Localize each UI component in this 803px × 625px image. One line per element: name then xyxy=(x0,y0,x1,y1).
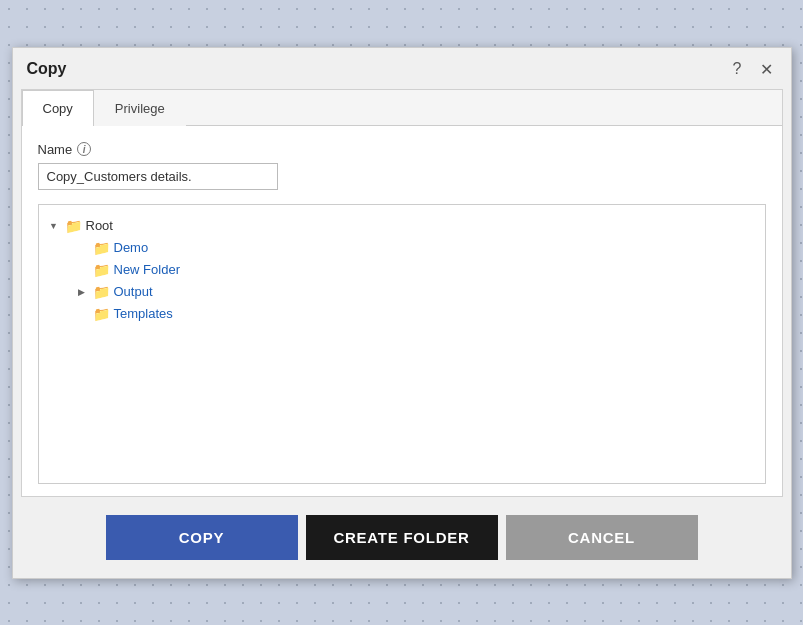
tree-item-new-folder[interactable]: 📁 New Folder xyxy=(75,259,757,281)
tree-item-templates[interactable]: 📁 Templates xyxy=(75,303,757,325)
output-folder-icon: 📁 xyxy=(93,284,110,300)
copy-button[interactable]: COPY xyxy=(106,515,298,560)
root-folder-icon: 📁 xyxy=(65,218,82,234)
tabs-bar: Copy Privilege xyxy=(22,90,782,126)
templates-folder-icon: 📁 xyxy=(93,306,110,322)
tree-item-root[interactable]: 📁 Root xyxy=(47,215,757,237)
header-icons: ? ✕ xyxy=(729,58,777,81)
tab-copy[interactable]: Copy xyxy=(22,90,94,126)
tree-label-demo: Demo xyxy=(114,240,149,255)
tree-item-output[interactable]: 📁 Output xyxy=(75,281,757,303)
output-chevron[interactable] xyxy=(75,285,89,299)
info-icon: i xyxy=(77,142,91,156)
name-label-text: Name xyxy=(38,142,73,157)
create-folder-button[interactable]: CREATE FOLDER xyxy=(306,515,498,560)
dialog-header: Copy ? ✕ xyxy=(13,48,791,89)
tree-label-output: Output xyxy=(114,284,153,299)
demo-folder-icon: 📁 xyxy=(93,240,110,256)
name-input[interactable] xyxy=(38,163,278,190)
new-folder-icon: 📁 xyxy=(93,262,110,278)
close-button[interactable]: ✕ xyxy=(756,58,777,81)
tab-copy-content: Name i 📁 Root 📁 Demo xyxy=(22,126,782,496)
copy-dialog: Copy ? ✕ Copy Privilege Name i 📁 Root xyxy=(12,47,792,579)
folder-tree: 📁 Root 📁 Demo 📁 New Folder xyxy=(38,204,766,484)
tree-label-templates: Templates xyxy=(114,306,173,321)
cancel-button[interactable]: CANCEL xyxy=(506,515,698,560)
tree-children: 📁 Demo 📁 New Folder 📁 Output xyxy=(47,237,757,325)
tree-label-root: Root xyxy=(86,218,113,233)
tree-item-demo[interactable]: 📁 Demo xyxy=(75,237,757,259)
name-label: Name i xyxy=(38,142,766,157)
dialog-footer: COPY CREATE FOLDER CANCEL xyxy=(13,497,791,578)
tab-privilege[interactable]: Privilege xyxy=(94,90,186,126)
dialog-body: Copy Privilege Name i 📁 Root xyxy=(21,89,783,497)
root-chevron[interactable] xyxy=(47,219,61,233)
help-button[interactable]: ? xyxy=(729,58,746,80)
tree-label-new-folder: New Folder xyxy=(114,262,180,277)
dialog-title: Copy xyxy=(27,60,67,78)
